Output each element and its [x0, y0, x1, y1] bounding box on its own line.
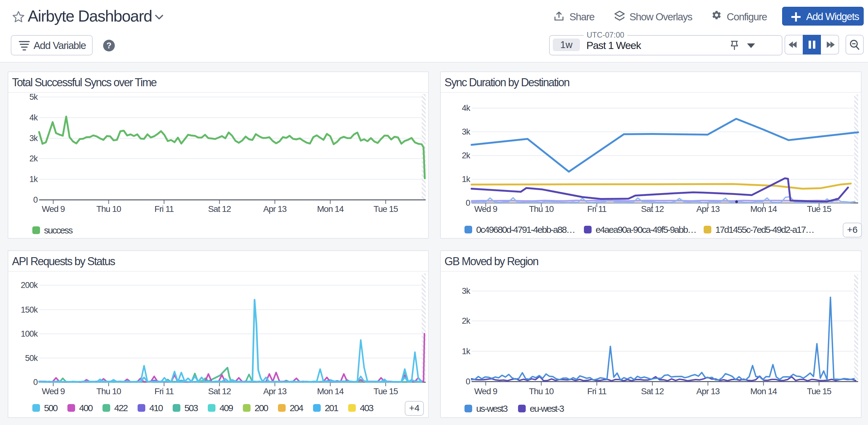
svg-text:Apr 13: Apr 13: [263, 204, 286, 214]
svg-text:100k: 100k: [21, 329, 38, 338]
svg-text:1k: 1k: [462, 347, 470, 356]
svg-text:Sat 12: Sat 12: [208, 387, 231, 396]
svg-text:Thu 10: Thu 10: [96, 387, 121, 396]
svg-text:0: 0: [33, 377, 37, 387]
svg-text:2k: 2k: [29, 154, 38, 163]
svg-text:Mon 14: Mon 14: [317, 387, 344, 396]
svg-text:Fri 11: Fri 11: [587, 387, 607, 396]
svg-text:Fri 11: Fri 11: [155, 387, 174, 396]
svg-text:Fri 11: Fri 11: [155, 204, 174, 214]
svg-text:Sat 12: Sat 12: [641, 204, 664, 214]
svg-text:Wed 9: Wed 9: [42, 387, 65, 396]
svg-text:5k: 5k: [29, 93, 38, 102]
svg-text:1k: 1k: [29, 175, 38, 184]
svg-text:Mon 14: Mon 14: [750, 204, 777, 214]
svg-text:1k: 1k: [462, 175, 470, 184]
svg-text:Sat 12: Sat 12: [641, 387, 664, 396]
svg-text:0: 0: [33, 195, 37, 205]
svg-text:Apr 13: Apr 13: [263, 387, 286, 396]
svg-text:Thu 10: Thu 10: [529, 204, 554, 214]
svg-text:Thu 10: Thu 10: [529, 387, 554, 396]
svg-text:200k: 200k: [21, 280, 38, 290]
svg-text:Wed 9: Wed 9: [42, 204, 65, 214]
svg-text:0: 0: [466, 198, 470, 208]
svg-text:Wed 9: Wed 9: [474, 387, 497, 396]
svg-text:Tue 15: Tue 15: [374, 204, 398, 214]
svg-text:Mon 14: Mon 14: [317, 204, 344, 214]
svg-text:Fri 11: Fri 11: [587, 204, 607, 214]
svg-text:Tue 15: Tue 15: [807, 204, 832, 214]
svg-text:3k: 3k: [462, 127, 470, 136]
svg-text:4k: 4k: [29, 113, 38, 122]
svg-text:4k: 4k: [462, 103, 470, 113]
svg-text:150k: 150k: [21, 305, 38, 314]
svg-text:Tue 15: Tue 15: [374, 387, 398, 396]
svg-text:Apr 13: Apr 13: [696, 387, 720, 396]
svg-text:3k: 3k: [29, 134, 38, 143]
svg-text:50k: 50k: [25, 354, 38, 363]
svg-text:Mon 14: Mon 14: [750, 387, 777, 396]
svg-text:Tue 15: Tue 15: [807, 387, 832, 396]
svg-text:2k: 2k: [462, 151, 470, 160]
svg-text:2k: 2k: [462, 316, 470, 326]
svg-text:3k: 3k: [462, 286, 470, 296]
svg-text:0: 0: [466, 377, 470, 386]
svg-text:Wed 9: Wed 9: [474, 204, 497, 214]
svg-text:Thu 10: Thu 10: [96, 204, 121, 214]
svg-text:Sat 12: Sat 12: [208, 204, 231, 214]
svg-text:Apr 13: Apr 13: [696, 204, 720, 214]
